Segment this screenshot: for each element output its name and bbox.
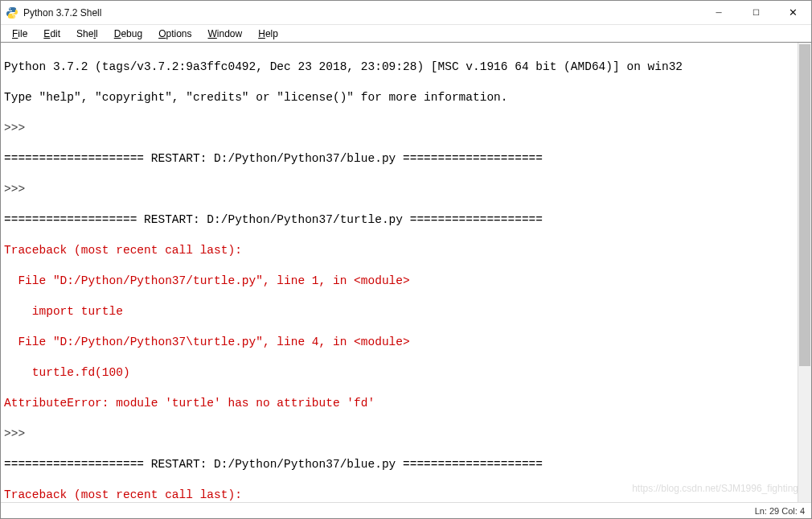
close-button[interactable]: ✕	[774, 1, 811, 24]
traceback-line: turtle.fd(100)	[4, 365, 808, 381]
menu-file[interactable]: File	[4, 27, 35, 41]
traceback-line: File "D:/Python/Python37\turtle.py", lin…	[4, 335, 808, 350]
error-line: AttributeError: module 'turtle' has no a…	[4, 396, 808, 411]
scrollbar-thumb[interactable]	[799, 44, 810, 366]
prompt: >>>	[4, 426, 808, 442]
menu-options[interactable]: Options	[150, 27, 199, 41]
menu-window[interactable]: Window	[200, 27, 251, 41]
maximize-button[interactable]: ☐	[737, 1, 774, 24]
traceback-line: import turtle	[4, 304, 808, 319]
window-controls: ─ ☐ ✕	[700, 1, 811, 24]
menu-edit[interactable]: Edit	[35, 27, 68, 41]
traceback-line: File "D:/Python/Python37/turtle.py", lin…	[4, 274, 808, 289]
banner-line: Python 3.7.2 (tags/v3.7.2:9a3ffc0492, De…	[4, 60, 808, 75]
prompt: >>>	[4, 182, 808, 197]
title-bar: Python 3.7.2 Shell ─ ☐ ✕	[1, 1, 811, 25]
svg-point-0	[10, 8, 11, 10]
menu-help[interactable]: Help	[250, 27, 286, 41]
traceback-header: Traceback (most recent call last):	[4, 488, 808, 502]
minimize-button[interactable]: ─	[700, 1, 737, 24]
menu-shell[interactable]: Shell	[68, 27, 106, 41]
restart-line: =================== RESTART: D:/Python/P…	[4, 212, 808, 228]
banner-line: Type "help", "copyright", "credits" or "…	[4, 90, 808, 105]
python-icon	[6, 6, 18, 19]
status-bar: Ln: 29 Col: 4	[1, 502, 811, 518]
window-title: Python 3.7.2 Shell	[23, 7, 101, 19]
menu-debug[interactable]: Debug	[106, 27, 150, 41]
cursor-position: Ln: 29 Col: 4	[755, 506, 805, 516]
traceback-header: Traceback (most recent call last):	[4, 243, 808, 258]
vertical-scrollbar[interactable]	[798, 43, 811, 502]
svg-point-1	[14, 16, 15, 18]
prompt: >>>	[4, 121, 808, 136]
restart-line: ==================== RESTART: D:/Python/…	[4, 457, 808, 472]
restart-line: ==================== RESTART: D:/Python/…	[4, 151, 808, 167]
menu-bar: File Edit Shell Debug Options Window Hel…	[1, 25, 811, 43]
shell-output[interactable]: Python 3.7.2 (tags/v3.7.2:9a3ffc0492, De…	[1, 43, 811, 502]
